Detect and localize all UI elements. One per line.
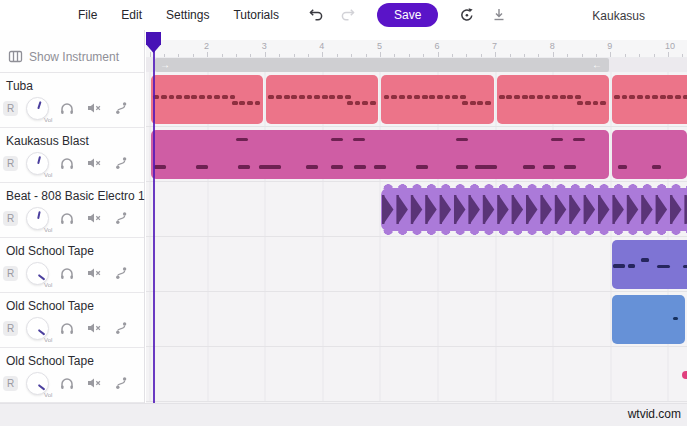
solo-headphones-icon[interactable] <box>59 320 75 340</box>
midi-clip[interactable] <box>612 240 687 289</box>
midi-note <box>345 95 351 99</box>
scroll-right-arrow-icon[interactable]: → <box>160 58 170 72</box>
midi-note <box>657 265 670 269</box>
midi-note <box>399 95 405 99</box>
track-header-0: TubaRVol <box>0 73 144 128</box>
track-lane-5[interactable] <box>146 347 687 402</box>
menu-item-file[interactable]: File <box>78 8 97 22</box>
midi-note <box>629 95 635 99</box>
mute-icon[interactable] <box>86 320 102 340</box>
timeline-ruler[interactable]: 2345678910 <box>146 40 687 58</box>
midi-note <box>460 95 466 99</box>
midi-note <box>523 165 535 169</box>
ruler-tick <box>279 54 280 57</box>
redo-icon <box>339 6 357 24</box>
record-arm-button[interactable]: R <box>3 211 18 226</box>
midi-note <box>214 95 220 99</box>
midi-note <box>276 95 282 99</box>
automation-icon[interactable] <box>113 210 129 230</box>
midi-note <box>456 165 468 169</box>
track-controls: RVol <box>0 97 144 127</box>
mute-icon[interactable] <box>86 265 102 285</box>
automation-icon[interactable] <box>113 155 129 175</box>
ruler-tick <box>193 54 194 57</box>
ruler-tick <box>366 54 367 57</box>
scroll-left-arrow-icon[interactable]: ← <box>592 58 602 72</box>
mute-icon[interactable] <box>86 210 102 230</box>
midi-note <box>238 165 250 169</box>
track-name: Old School Tape <box>6 299 94 313</box>
midi-note <box>416 165 428 169</box>
record-arm-button[interactable]: R <box>3 376 18 391</box>
midi-note <box>269 165 281 169</box>
midi-clip[interactable] <box>381 75 493 124</box>
midi-note <box>429 95 435 99</box>
ruler-tick <box>207 52 208 57</box>
midi-note <box>414 95 420 99</box>
track-lane-2[interactable] <box>146 182 687 237</box>
solo-headphones-icon[interactable] <box>59 265 75 285</box>
record-arm-button[interactable]: R <box>3 321 18 336</box>
record-arm-button[interactable]: R <box>3 101 18 116</box>
instrument-grid-icon <box>8 49 23 64</box>
midi-note <box>329 95 335 99</box>
automation-icon[interactable] <box>113 375 129 395</box>
mute-icon[interactable] <box>86 155 102 175</box>
menu-item-edit[interactable]: Edit <box>121 8 142 22</box>
record-arm-button[interactable]: R <box>3 266 18 281</box>
midi-note <box>573 138 585 142</box>
record-arm-button[interactable]: R <box>3 156 18 171</box>
history-icon[interactable] <box>458 6 476 24</box>
midi-clip[interactable] <box>612 75 687 124</box>
track-lane-1[interactable] <box>146 127 687 182</box>
audio-clip[interactable] <box>381 188 687 231</box>
midi-note <box>222 95 228 99</box>
track-lane-0[interactable] <box>146 72 687 127</box>
track-lane-3[interactable] <box>146 237 687 292</box>
bar-number: 5 <box>377 41 382 51</box>
mute-icon[interactable] <box>86 375 102 395</box>
midi-clip[interactable] <box>151 130 609 179</box>
track-sidebar: Show Instrument TubaRVolKaukasus BlastRV… <box>0 30 145 403</box>
midi-clip[interactable] <box>497 75 609 124</box>
midi-note <box>452 95 458 99</box>
automation-icon[interactable] <box>113 320 129 340</box>
midi-note <box>370 101 376 105</box>
knob-needle <box>37 101 41 109</box>
midi-note <box>445 95 451 99</box>
solo-headphones-icon[interactable] <box>59 155 75 175</box>
menu-item-settings[interactable]: Settings <box>166 8 209 22</box>
midi-note <box>314 95 320 99</box>
track-controls: RVol <box>0 152 144 182</box>
automation-icon[interactable] <box>113 265 129 285</box>
midi-note <box>196 165 208 169</box>
automation-icon[interactable] <box>113 100 129 120</box>
midi-clip[interactable] <box>612 130 687 179</box>
midi-note <box>641 258 649 262</box>
midi-note <box>564 165 576 169</box>
vol-label: Vol <box>44 227 52 233</box>
solo-headphones-icon[interactable] <box>59 100 75 120</box>
solo-headphones-icon[interactable] <box>59 375 75 395</box>
clip-edge-marker[interactable] <box>682 371 687 379</box>
midi-note <box>407 95 413 99</box>
mute-icon[interactable] <box>86 100 102 120</box>
scrollbar-thumb[interactable]: → ← <box>155 58 609 72</box>
midi-note <box>567 95 573 99</box>
menu-item-tutorials[interactable]: Tutorials <box>233 8 279 22</box>
horizontal-scrollbar[interactable]: → ← <box>146 58 687 72</box>
undo-icon[interactable] <box>307 6 325 24</box>
ruler-tick <box>337 54 338 57</box>
show-instrument-button[interactable]: Show Instrument <box>0 30 144 73</box>
midi-clip[interactable] <box>266 75 378 124</box>
midi-clip[interactable] <box>612 295 685 344</box>
solo-headphones-icon[interactable] <box>59 210 75 230</box>
save-button[interactable]: Save <box>377 3 438 27</box>
download-icon[interactable] <box>490 6 508 24</box>
track-lane-4[interactable] <box>146 292 687 347</box>
bottom-strip: wtvid.com <box>0 403 687 426</box>
midi-clip[interactable] <box>151 75 263 124</box>
ruler-tick <box>351 54 352 57</box>
midi-note <box>593 101 599 105</box>
midi-note <box>628 264 635 268</box>
